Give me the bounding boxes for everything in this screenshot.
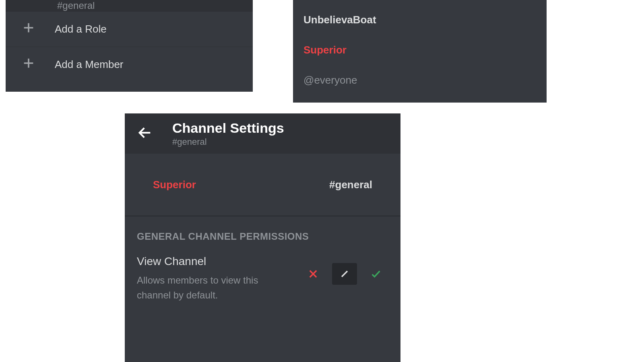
settings-header: Channel Settings #general (125, 113, 400, 154)
toggle-deny[interactable] (301, 263, 326, 285)
svg-line-7 (342, 271, 347, 277)
channel-chip: #general (6, 0, 253, 11)
role-item-everyone[interactable]: @everyone (303, 74, 547, 86)
add-member-label: Add a Member (55, 58, 124, 71)
permissions-add-panel: #general Add a Role Add a Member (6, 0, 253, 92)
add-role-label: Add a Role (55, 23, 107, 35)
toggle-allow[interactable] (363, 263, 388, 285)
permissions-role-list: UnbelievaBoat Superior @everyone (293, 0, 547, 103)
tab-role[interactable]: Superior (153, 179, 196, 191)
permission-text: View Channel Allows members to view this… (137, 255, 301, 302)
back-arrow-icon[interactable] (137, 125, 153, 142)
header-titlebox: Channel Settings #general (172, 120, 284, 147)
role-item-superior[interactable]: Superior (303, 44, 547, 56)
page-title: Channel Settings (172, 120, 284, 136)
permission-description: Allows members to view this channel by d… (137, 273, 270, 302)
plus-icon (22, 21, 35, 37)
add-role-row[interactable]: Add a Role (6, 11, 253, 47)
permission-name: View Channel (137, 255, 301, 268)
page-subtitle: #general (172, 137, 284, 147)
section-header: GENERAL CHANNEL PERMISSIONS (125, 216, 400, 251)
permission-row-view-channel: View Channel Allows members to view this… (125, 251, 400, 302)
sync-tabs: Superior #general (125, 154, 400, 216)
add-member-row[interactable]: Add a Member (6, 47, 253, 82)
plus-icon (22, 56, 35, 73)
tab-channel[interactable]: #general (329, 179, 372, 191)
channel-settings-panel: Channel Settings #general Superior #gene… (125, 113, 400, 362)
toggle-passthrough[interactable] (332, 263, 357, 285)
role-item-unbelievaboat[interactable]: UnbelievaBoat (303, 14, 547, 26)
permission-tri-toggle (301, 263, 388, 285)
